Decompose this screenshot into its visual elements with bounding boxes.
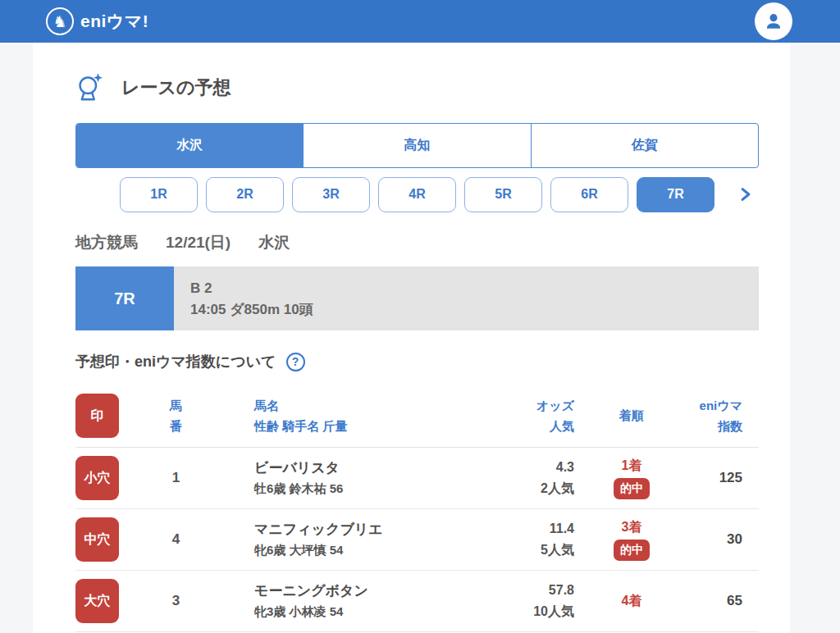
popularity-value: 2人気 — [488, 478, 574, 499]
horse-name: マニフィックブリエ — [254, 519, 488, 540]
venue-tabs: 水沢 高知 佐賀 — [75, 123, 759, 168]
app-header: ♞ eniウマ! — [0, 0, 840, 43]
mark-header-badge: 印 — [75, 394, 119, 438]
table-row[interactable]: 小穴 1 ビーバリスタ 牡6歳 鈴木祐 56 4.3 2人気 1着 的中 125 — [75, 448, 759, 509]
eniuma-index-value: 30 — [669, 531, 759, 548]
column-header-name: 馬名 性齢 騎手名 斤量 — [215, 395, 488, 437]
horse-detail: 牝3歳 小林凌 54 — [254, 602, 488, 622]
user-avatar-button[interactable] — [755, 2, 792, 40]
column-header-finish: 着順 — [595, 405, 669, 426]
finish-position: 1着 — [595, 457, 669, 475]
column-header-index: eniウマ 指数 — [669, 395, 759, 437]
round-button-4r[interactable]: 4R — [378, 177, 456, 212]
table-row[interactable]: 中穴 4 マニフィックブリエ 牝6歳 大坪慎 54 11.4 5人気 3着 的中… — [75, 509, 759, 571]
finish-position: 3着 — [595, 518, 669, 536]
race-banner-round: 7R — [75, 266, 174, 330]
brand-logo[interactable]: ♞ eniウマ! — [46, 7, 148, 35]
prediction-mark-badge: 中穴 — [75, 517, 119, 562]
odds-value: 11.4 — [488, 518, 574, 540]
brand-name: eniウマ! — [80, 10, 148, 33]
venue-tab-saga[interactable]: 佐賀 — [531, 124, 758, 167]
horse-number: 1 — [137, 470, 215, 486]
race-conditions: 14:05 ダ850m 10頭 — [190, 299, 759, 321]
page-title: レースの予想 — [121, 75, 231, 100]
finish-cell: 4着 — [595, 592, 669, 610]
venue-tab-kochi[interactable]: 高知 — [303, 124, 530, 167]
horse-info: ビーバリスタ 牡6歳 鈴木祐 56 — [215, 458, 488, 499]
table-row[interactable]: 大穴 3 モーニングボタン 牝3歳 小林凌 54 57.8 10人気 4着 65 — [75, 571, 759, 632]
race-round-selector: 1R 2R 3R 4R 5R 6R 7R — [75, 176, 759, 212]
popularity-value: 5人気 — [488, 540, 574, 561]
race-grade: B 2 — [190, 278, 759, 299]
prediction-table: 印 馬 番 馬名 性齢 騎手名 斤量 オッズ 人気 着順 — [75, 385, 759, 632]
venue-tab-mizusawa[interactable]: 水沢 — [76, 124, 303, 167]
race-banner-info: B 2 14:05 ダ850m 10頭 — [174, 266, 759, 330]
horse-name: モーニングボタン — [254, 581, 488, 602]
content-card: レースの予想 水沢 高知 佐賀 1R 2R 3R 4R 5R 6R 7R 地方競… — [33, 43, 790, 633]
round-button-1r[interactable]: 1R — [120, 177, 198, 212]
section-heading: レースの予想 — [75, 43, 759, 103]
table-header-row: 印 馬 番 馬名 性齢 騎手名 斤量 オッズ 人気 着順 — [75, 385, 759, 448]
odds-cell: 57.8 10人気 — [488, 580, 595, 622]
person-icon — [763, 11, 784, 32]
prediction-mark-badge: 小穴 — [75, 456, 119, 500]
round-button-5r[interactable]: 5R — [464, 177, 542, 212]
hit-badge: 的中 — [614, 540, 650, 561]
odds-value: 4.3 — [488, 457, 574, 478]
horse-logo-icon: ♞ — [46, 7, 74, 35]
race-category: 地方競馬 — [75, 234, 138, 251]
race-date: 12/21(日) — [166, 234, 231, 251]
finish-cell: 3着 的中 — [595, 518, 669, 560]
horse-number: 3 — [137, 593, 215, 609]
horse-info: モーニングボタン 牝3歳 小林凌 54 — [215, 581, 488, 622]
crystal-ball-icon — [75, 72, 105, 103]
eniuma-index-value: 125 — [669, 470, 759, 486]
round-button-2r[interactable]: 2R — [206, 177, 284, 212]
race-venue: 水沢 — [258, 234, 290, 251]
popularity-value: 10人気 — [488, 601, 574, 622]
prediction-mark-badge: 大穴 — [75, 579, 119, 623]
horse-detail: 牝6歳 大坪慎 54 — [254, 540, 488, 560]
about-index-row: 予想印・eniウマ指数について ? — [75, 352, 759, 371]
hit-badge: 的中 — [614, 478, 650, 499]
odds-cell: 11.4 5人気 — [488, 518, 595, 560]
round-button-3r[interactable]: 3R — [292, 177, 370, 212]
odds-value: 57.8 — [488, 580, 574, 601]
chevron-right-icon[interactable] — [739, 187, 752, 202]
round-button-7r[interactable]: 7R — [637, 177, 714, 212]
odds-cell: 4.3 2人気 — [488, 457, 595, 499]
column-header-odds: オッズ 人気 — [488, 395, 595, 437]
eniuma-index-value: 65 — [669, 593, 759, 609]
finish-position: 4着 — [595, 592, 669, 610]
horse-name: ビーバリスタ — [254, 458, 488, 479]
about-index-label: 予想印・eniウマ指数について — [75, 352, 276, 371]
horse-number: 4 — [137, 531, 215, 548]
race-banner[interactable]: 7R B 2 14:05 ダ850m 10頭 — [75, 266, 759, 330]
horse-detail: 牡6歳 鈴木祐 56 — [254, 479, 488, 499]
round-button-6r[interactable]: 6R — [550, 177, 628, 212]
help-icon[interactable]: ? — [286, 353, 305, 371]
column-header-number: 馬 番 — [137, 395, 215, 437]
finish-cell: 1着 的中 — [595, 457, 669, 499]
horse-info: マニフィックブリエ 牝6歳 大坪慎 54 — [215, 519, 488, 560]
race-meta-line: 地方競馬12/21(日)水沢 — [75, 232, 759, 253]
